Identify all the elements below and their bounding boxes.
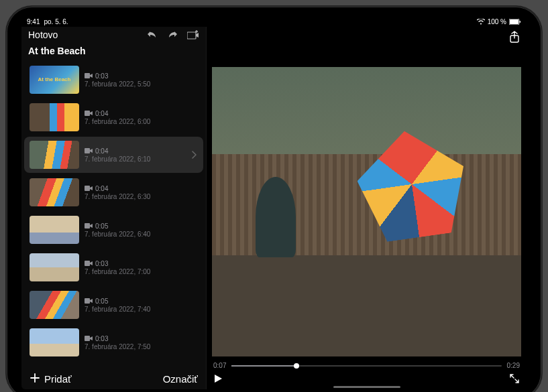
clip-thumbnail: [30, 291, 79, 319]
fullscreen-button[interactable]: [509, 373, 520, 384]
timeline[interactable]: 0:07 0:29: [207, 359, 527, 371]
video-icon: [85, 222, 93, 229]
wifi-icon: [477, 19, 485, 25]
clip-item[interactable]: 0:037. februára 2022, 7:00: [24, 249, 203, 285]
clip-info: 0:047. februára 2022, 6:00: [85, 110, 198, 125]
clip-duration: 0:04: [95, 185, 108, 192]
clip-date: 7. februára 2022, 7:00: [85, 268, 198, 275]
clip-date: 7. februára 2022, 6:00: [85, 118, 198, 125]
clip-thumbnail: [30, 328, 79, 356]
clip-duration: 0:04: [95, 147, 108, 155]
svg-rect-6: [85, 148, 90, 153]
home-indicator[interactable]: [333, 386, 400, 388]
clip-duration: 0:03: [95, 260, 108, 267]
video-icon: [85, 110, 93, 117]
clip-thumbnail: [30, 141, 79, 169]
status-date: po. 5. 6.: [44, 18, 68, 25]
ipad-frame: 9:41 po. 5. 6. 100 % Hotovo: [7, 7, 541, 392]
clip-item[interactable]: 0:057. februára 2022, 7:40: [24, 287, 203, 323]
video-icon: [85, 260, 93, 267]
preview-pane: 0:07 0:29: [207, 27, 527, 389]
screen: 9:41 po. 5. 6. 100 % Hotovo: [21, 16, 527, 389]
video-icon: [85, 298, 93, 304]
video-icon: [85, 185, 93, 192]
clip-item[interactable]: 0:057. februára 2022, 6:40: [24, 212, 203, 248]
preview-video[interactable]: [212, 67, 521, 356]
svg-rect-3: [187, 32, 196, 39]
play-button[interactable]: [213, 374, 223, 383]
clip-duration: 0:03: [95, 72, 108, 80]
clip-info: 0:037. februára 2022, 7:00: [85, 260, 198, 275]
clip-info: 0:047. februára 2022, 6:30: [85, 185, 198, 200]
clip-info: 0:037. februára 2022, 7:50: [85, 335, 198, 350]
sidebar-footer: Pridať Označiť: [21, 366, 206, 389]
clip-duration: 0:05: [95, 222, 108, 230]
timeline-track[interactable]: [231, 365, 501, 367]
video-icon: [85, 72, 93, 79]
clip-date: 7. februára 2022, 6:40: [85, 231, 198, 238]
clip-thumbnail: [30, 103, 79, 131]
clip-item[interactable]: At the Beach0:037. februára 2022, 5:50: [24, 62, 203, 98]
clip-thumbnail: [30, 253, 79, 281]
status-battery-text: 100 %: [488, 18, 506, 25]
clip-info: 0:037. februára 2022, 5:50: [85, 72, 198, 88]
mark-button[interactable]: Označiť: [163, 373, 198, 385]
video-icon: [85, 147, 93, 154]
clip-date: 7. februára 2022, 6:30: [85, 193, 198, 200]
share-icon[interactable]: [509, 31, 520, 43]
svg-rect-7: [85, 186, 90, 191]
clip-duration: 0:05: [95, 298, 108, 305]
clip-duration: 0:04: [95, 110, 108, 117]
sidebar-header: Hotovo: [21, 27, 206, 46]
svg-rect-2: [520, 21, 521, 23]
clip-thumbnail: At the Beach: [30, 66, 79, 94]
chevron-right-icon: [191, 151, 197, 159]
add-button[interactable]: Pridať: [30, 373, 72, 385]
clip-thumbnail: [30, 216, 79, 244]
clip-item[interactable]: 0:047. februára 2022, 6:10: [24, 137, 203, 173]
svg-rect-1: [510, 19, 518, 24]
time-current: 0:07: [213, 362, 226, 369]
clip-item[interactable]: 0:047. februára 2022, 6:00: [24, 99, 203, 135]
svg-rect-8: [85, 223, 90, 228]
plus-icon: [30, 373, 40, 385]
clip-date: 7. februára 2022, 6:10: [85, 155, 198, 163]
clip-date: 7. februára 2022, 7:50: [85, 343, 198, 350]
done-button[interactable]: Hotovo: [28, 29, 58, 40]
svg-rect-9: [85, 261, 90, 266]
svg-rect-11: [85, 336, 90, 341]
time-total: 0:29: [507, 362, 520, 369]
clip-info: 0:047. februára 2022, 6:10: [85, 147, 198, 163]
redo-icon[interactable]: [167, 30, 178, 40]
add-label: Pridať: [44, 373, 72, 385]
clip-info: 0:057. februára 2022, 6:40: [85, 222, 198, 238]
svg-rect-4: [85, 73, 90, 78]
status-bar: 9:41 po. 5. 6. 100 %: [21, 16, 527, 27]
clip-date: 7. februára 2022, 7:40: [85, 306, 198, 313]
svg-rect-10: [85, 298, 90, 304]
project-title: At the Beach: [21, 46, 206, 62]
media-add-icon[interactable]: [187, 30, 199, 40]
sidebar: Hotovo At the Beach At the B: [21, 27, 207, 389]
battery-icon: [509, 19, 521, 25]
clip-item[interactable]: 0:047. februára 2022, 6:30: [24, 174, 203, 210]
svg-rect-5: [85, 111, 90, 116]
clip-duration: 0:03: [95, 335, 108, 342]
clip-item[interactable]: 0:037. februára 2022, 7:50: [24, 324, 203, 361]
video-icon: [85, 335, 93, 342]
clip-thumbnail: [30, 178, 79, 206]
undo-icon[interactable]: [147, 30, 158, 40]
clip-list: At the Beach0:037. februára 2022, 5:500:…: [21, 62, 206, 366]
status-time: 9:41: [27, 18, 40, 25]
clip-date: 7. februára 2022, 5:50: [85, 80, 198, 88]
clip-info: 0:057. februára 2022, 7:40: [85, 298, 198, 313]
